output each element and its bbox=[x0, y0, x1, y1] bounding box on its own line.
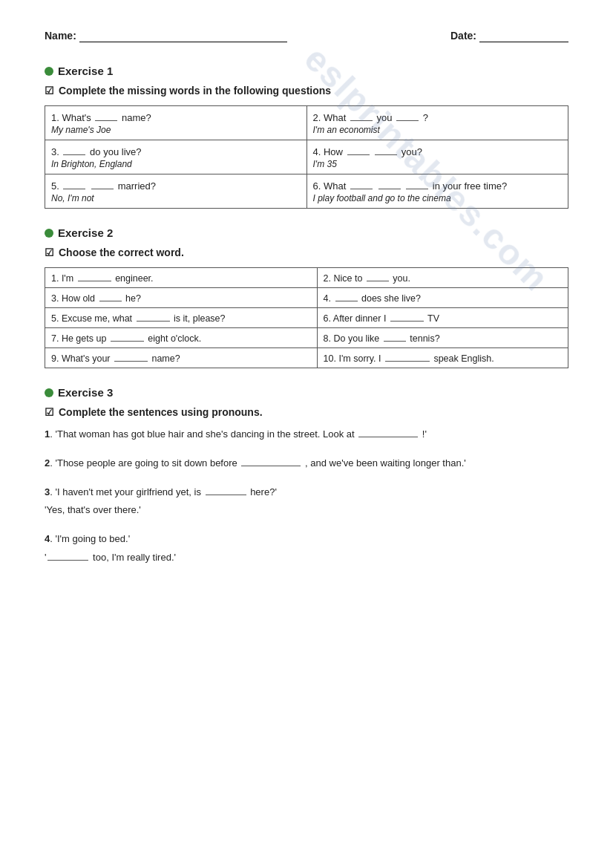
ex2-blank bbox=[384, 332, 406, 342]
exercise2-title: Exercise 2 bbox=[45, 226, 568, 239]
ex3-item-3: 3. 'I haven't met your girlfriend yet, i… bbox=[45, 485, 568, 519]
ex3-num-3: 3 bbox=[45, 486, 50, 497]
q4-answer: I'm 35 bbox=[313, 159, 563, 169]
ex2-q7: 7. He gets up eight o'clock. bbox=[51, 333, 201, 344]
checkbox-icon-1: ☑ bbox=[45, 85, 54, 97]
table-row: 9. What's your name? 10. I'm sorry. I sp… bbox=[45, 348, 568, 368]
q1-text: name? bbox=[122, 112, 151, 123]
ex3-item-2: 2. 'Those people are going to sit down b… bbox=[45, 456, 568, 471]
exercise1-instruction: ☑ Complete the missing words in the foll… bbox=[45, 85, 568, 97]
ex1-cell-5: 5. married? No, I'm not bbox=[45, 174, 307, 209]
q2-answer: I'm an economist bbox=[313, 125, 563, 135]
ex2-cell-10: 10. I'm sorry. I speak English. bbox=[317, 348, 568, 368]
ex2-q10: 10. I'm sorry. I speak English. bbox=[324, 353, 494, 364]
ex3-blank-2 bbox=[241, 457, 301, 466]
ex2-cell-9: 9. What's your name? bbox=[45, 348, 318, 368]
ex2-cell-6: 6. After dinner I TV bbox=[317, 308, 568, 328]
table-row: 5. married? No, I'm not 6. What in your … bbox=[45, 174, 568, 209]
header-row: Name: Date: bbox=[45, 30, 568, 42]
q4-text: you? bbox=[401, 146, 422, 157]
q2-blank2 bbox=[396, 111, 419, 121]
q3-text: do you live? bbox=[90, 146, 141, 157]
exercise3-instruction-text: Complete the sentences using pronouns. bbox=[59, 406, 263, 418]
q6-num: 6. What bbox=[313, 180, 347, 192]
q6-text: in your free time? bbox=[433, 180, 507, 192]
q3-blank bbox=[63, 145, 85, 155]
ex3-blank-4 bbox=[47, 551, 88, 561]
q3-num: 3. bbox=[51, 146, 59, 157]
date-underline bbox=[479, 30, 568, 42]
exercise3-section: Exercise 3 ☑ Complete the sentences usin… bbox=[45, 386, 568, 566]
ex3-item-4: 4. 'I'm going to bed.' ' too, I'm really… bbox=[45, 532, 568, 566]
ex1-cell-4: 4. How you? I'm 35 bbox=[306, 140, 568, 174]
table-row: 7. He gets up eight o'clock. 8. Do you l… bbox=[45, 328, 568, 348]
q5-blank1 bbox=[63, 179, 85, 189]
date-field-container: Date: bbox=[450, 30, 568, 42]
ex2-blank bbox=[385, 352, 430, 362]
exercise1-section: Exercise 1 ☑ Complete the missing words … bbox=[45, 65, 568, 209]
exercise3-title-text: Exercise 3 bbox=[58, 386, 113, 399]
ex3-num-2: 2 bbox=[45, 457, 50, 469]
ex3-blank-1 bbox=[358, 428, 418, 437]
name-underline bbox=[79, 30, 287, 42]
ex2-q5: 5. Excuse me, what is it, please? bbox=[51, 313, 226, 324]
ex2-blank bbox=[78, 272, 111, 281]
ex2-blank bbox=[114, 352, 148, 362]
q6-blank2 bbox=[378, 179, 401, 189]
q6-blank3 bbox=[406, 179, 428, 189]
exercise2-instruction-text: Choose the correct word. bbox=[59, 247, 184, 258]
exercise3-dot bbox=[45, 388, 53, 397]
q6-answer: I play football and go to the cinema bbox=[313, 193, 563, 203]
q1-answer: My name's Joe bbox=[51, 125, 301, 135]
exercise2-table: 1. I'm engineer. 2. Nice to you. 3. How … bbox=[45, 267, 568, 368]
checkbox-icon-3: ☑ bbox=[45, 406, 54, 418]
q4-blank2 bbox=[375, 145, 397, 155]
name-label: Name: bbox=[45, 30, 76, 42]
ex2-cell-8: 8. Do you like tennis? bbox=[317, 328, 568, 348]
q5-blank2 bbox=[91, 179, 114, 189]
q2-num: 2. What bbox=[313, 112, 347, 123]
q4-num: 4. How bbox=[313, 146, 343, 157]
ex3-num-1: 1 bbox=[45, 428, 50, 440]
name-field-container: Name: bbox=[45, 30, 287, 42]
date-label: Date: bbox=[450, 30, 476, 42]
ex2-q9: 9. What's your name? bbox=[51, 353, 180, 364]
ex1-cell-3: 3. do you live? In Brighton, England bbox=[45, 140, 307, 174]
ex3-response-3: 'Yes, that's over there.' bbox=[45, 503, 568, 518]
q2-end: ? bbox=[423, 112, 428, 123]
ex2-cell-3: 3. How old he? bbox=[45, 288, 318, 308]
q2-text: you bbox=[377, 112, 393, 123]
exercise2-dot bbox=[45, 229, 53, 238]
table-row: 1. I'm engineer. 2. Nice to you. bbox=[45, 268, 568, 288]
ex2-q8: 8. Do you like tennis? bbox=[324, 333, 440, 344]
table-row: 3. do you live? In Brighton, England 4. … bbox=[45, 140, 568, 174]
ex2-cell-4: 4. does she live? bbox=[317, 288, 568, 308]
checkbox-icon-2: ☑ bbox=[45, 247, 54, 258]
ex2-blank bbox=[137, 312, 170, 322]
q3-answer: In Brighton, England bbox=[51, 159, 301, 169]
ex2-blank bbox=[367, 272, 389, 281]
ex2-q6: 6. After dinner I TV bbox=[324, 313, 439, 324]
ex1-cell-6: 6. What in your free time? I play footba… bbox=[306, 174, 568, 209]
ex1-cell-2: 2. What you ? I'm an economist bbox=[306, 106, 568, 140]
q5-answer: No, I'm not bbox=[51, 193, 301, 203]
exercise1-title-text: Exercise 1 bbox=[58, 65, 113, 77]
q5-num: 5. bbox=[51, 180, 59, 192]
exercise1-dot bbox=[45, 67, 53, 76]
exercise1-instruction-text: Complete the missing words in the follow… bbox=[59, 85, 331, 97]
table-row: 5. Excuse me, what is it, please? 6. Aft… bbox=[45, 308, 568, 328]
q1-blank bbox=[95, 111, 117, 121]
ex2-blank bbox=[111, 332, 144, 342]
q5-text: married? bbox=[118, 180, 156, 192]
q2-blank1 bbox=[350, 111, 373, 121]
ex2-q1: 1. I'm engineer. bbox=[51, 273, 154, 284]
ex3-blank-3 bbox=[206, 486, 246, 495]
ex2-blank bbox=[335, 292, 358, 301]
exercise2-section: Exercise 2 ☑ Choose the correct word. 1.… bbox=[45, 226, 568, 368]
q6-blank1 bbox=[350, 179, 373, 189]
ex3-num-4: 4 bbox=[45, 533, 50, 544]
exercise3-instruction: ☑ Complete the sentences using pronouns. bbox=[45, 406, 568, 418]
ex2-q4: 4. does she live? bbox=[324, 293, 421, 304]
table-row: 3. How old he? 4. does she live? bbox=[45, 288, 568, 308]
ex2-cell-1: 1. I'm engineer. bbox=[45, 268, 318, 288]
